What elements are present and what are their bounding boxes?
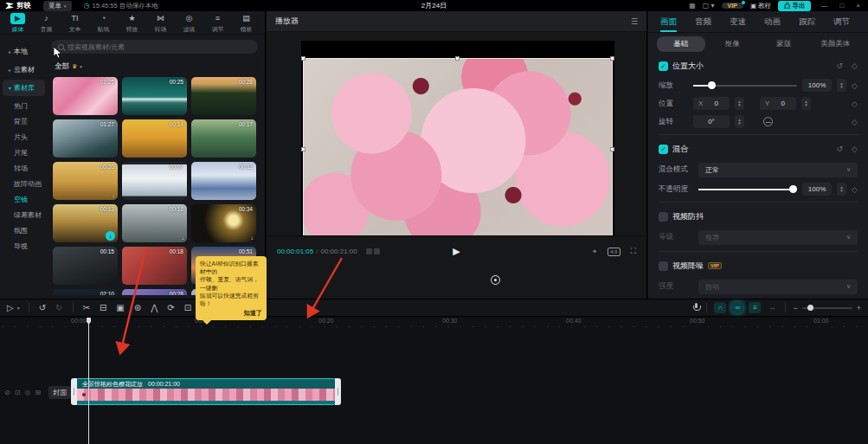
thumb-rainy-window[interactable]: 00:15 ↓ [53, 247, 118, 285]
tooltip-ok-button[interactable]: 知道了 [200, 309, 262, 318]
category-glitch[interactable]: 故障动画 [0, 176, 48, 191]
preview-quality-icon[interactable] [366, 248, 380, 254]
track-expand-icon[interactable]: ⊞ [35, 389, 41, 396]
subtab-mask[interactable]: 蒙版 [760, 36, 808, 52]
mirror-icon[interactable]: ⋀ [151, 303, 158, 312]
track-hide-icon[interactable]: ◎ [24, 389, 30, 396]
split-view-toggle[interactable]: ↔ [766, 302, 778, 313]
keyframe-icon[interactable]: ◇ [852, 61, 858, 70]
playhead[interactable] [88, 318, 89, 444]
download-icon[interactable]: ↓ [113, 192, 116, 198]
shortcut-icon[interactable]: ▦ [689, 2, 696, 10]
sidebar-item-local[interactable]: ▸ 本地 [3, 43, 45, 60]
insp-tab-speed[interactable]: 变速 [730, 12, 746, 32]
blend-checkbox[interactable]: ✓ [659, 145, 668, 154]
sidebar-item-library[interactable]: ▾ 素材库 [3, 80, 45, 96]
snap-toggle[interactable]: ∩ [714, 302, 726, 313]
play-button[interactable]: ▶ [453, 246, 460, 257]
category-empty-shot[interactable]: 空镜 [0, 191, 48, 207]
insp-tab-picture[interactable]: 画面 [660, 12, 677, 32]
select-tool-icon[interactable]: ▷ [7, 303, 14, 312]
search-bar[interactable] [51, 40, 258, 54]
minimize-button[interactable]: — [818, 2, 830, 10]
stabilize-level-dropdown[interactable]: 推荐 ∨ [698, 230, 858, 245]
rotate-icon[interactable]: ⟳ [167, 303, 174, 312]
insp-tab-animation[interactable]: 动画 [764, 12, 781, 32]
category-guide[interactable]: 导视 [0, 238, 48, 254]
vip-button[interactable]: VIP [722, 3, 743, 9]
category-intro[interactable]: 片头 [0, 129, 48, 145]
download-icon[interactable]: ↓ [251, 235, 254, 241]
stabilize-checkbox[interactable]: ✓ [659, 212, 668, 222]
thumb-autumn-park[interactable]: 00:20 ↓ [53, 162, 118, 200]
fullscreen-icon[interactable]: ⛶ [631, 247, 636, 256]
thumb-night-sea[interactable]: 02:10 ↓ [53, 289, 118, 295]
thumb-golden-autumn-road[interactable]: 00:14 ↓ [122, 119, 187, 158]
thumb-purple-flowers[interactable]: 00:28 ↓ [122, 289, 187, 295]
resize-handle[interactable] [301, 147, 305, 151]
opacity-slider[interactable] [698, 189, 797, 190]
thumb-misty-mountains[interactable]: 00:16 ↓ [122, 204, 187, 242]
resize-handle[interactable] [301, 56, 305, 61]
category-ambience[interactable]: 氛围 [0, 222, 48, 238]
track-lock-icon[interactable]: ⊡ [15, 389, 21, 396]
tab-transitions[interactable]: ⋈ 转场 [146, 13, 175, 34]
blend-mode-dropdown[interactable]: 正常 ∨ [698, 163, 858, 177]
opacity-stepper[interactable]: ▲▼ [837, 183, 846, 196]
track-mute-icon[interactable]: ⊘ [4, 389, 10, 396]
tab-media[interactable]: ▶ 媒体 [3, 13, 32, 34]
layout-icon[interactable]: ▢ ▾ [703, 2, 715, 10]
search-input[interactable] [68, 43, 251, 51]
focus-frame-icon[interactable]: ⌖ [593, 247, 597, 256]
category-background[interactable]: 背景 [0, 113, 48, 129]
filter-all-dropdown[interactable]: 全部 ♛ ▾ [55, 61, 258, 72]
reset-icon[interactable]: ↺ [837, 61, 844, 70]
category-greenscreen[interactable]: 绿幕素材 [0, 207, 48, 222]
resize-handle[interactable] [610, 56, 614, 61]
close-button[interactable]: × [853, 2, 863, 10]
download-icon[interactable]: ↓ [182, 235, 185, 241]
tab-effects[interactable]: ★ 特效 [118, 13, 146, 34]
denoise-checkbox[interactable]: ✓ [659, 261, 668, 271]
opacity-value[interactable]: 100% [802, 183, 832, 196]
timeline-clip[interactable]: 全景惊艳粉色樱花绽放 00:00:21:00 [76, 378, 336, 405]
split-icon[interactable]: ✂ [83, 303, 90, 312]
record-audio-icon[interactable] [692, 303, 699, 312]
tab-audio[interactable]: ♪ 音频 [32, 13, 61, 34]
rotate-value[interactable]: 0° [693, 115, 730, 128]
thumb-teal-shore-waves[interactable]: 00:25 ↓ [122, 77, 187, 115]
video-preview[interactable] [303, 58, 613, 241]
player-menu-icon[interactable]: ☰ [631, 17, 638, 26]
category-transition[interactable]: 转场 [0, 160, 48, 176]
sidebar-item-cloud[interactable]: ▸ 云素材 [3, 61, 45, 78]
tutorial-button[interactable]: ▣ 教程 [750, 2, 771, 10]
denoise-strength-dropdown[interactable]: 自动 ∨ [698, 280, 858, 294]
position-x-field[interactable]: X0 [693, 97, 730, 110]
thumb-green-valley[interactable]: 00:17 ↓ [191, 119, 256, 158]
keyframe-icon[interactable]: ◇ [852, 81, 858, 90]
category-outro[interactable]: 片尾 [0, 145, 48, 160]
rotate-stepper[interactable]: ▲▼ [735, 115, 744, 128]
zoom-in-icon[interactable]: + [857, 304, 861, 312]
redo-icon[interactable]: ↻ [55, 303, 62, 312]
rotate-handle-icon[interactable] [491, 275, 500, 285]
tab-filters[interactable]: ◎ 滤镜 [175, 13, 203, 34]
resize-handle[interactable] [610, 147, 614, 151]
category-hot[interactable]: 热门 [0, 98, 48, 113]
keyframe-icon[interactable]: ◇ [852, 100, 858, 108]
position-size-checkbox[interactable]: ✓ [659, 61, 668, 71]
menu-button[interactable]: 菜单 ▾ [43, 1, 72, 11]
thumb-dusk-mountains[interactable]: 00:28 ↓ [191, 77, 256, 115]
scale-stepper[interactable]: ▲▼ [837, 79, 846, 92]
maximize-button[interactable]: □ [837, 2, 846, 10]
delete-icon[interactable]: ⊟ [100, 303, 106, 312]
preview-axis-toggle[interactable]: ≡ [749, 302, 761, 313]
export-button[interactable]: 凸 导出 [778, 1, 812, 11]
subtab-cutout[interactable]: 抠像 [709, 36, 757, 52]
thumb-ocean-wave[interactable]: 01:27 ↓ [53, 119, 118, 158]
link-toggle[interactable]: ∞ [731, 302, 743, 313]
thumb-sky-clouds[interactable]: 00:07 ↓ [122, 162, 187, 200]
thumb-cherry-blossoms[interactable]: 01:25 ↓ [53, 77, 118, 115]
reverse-icon[interactable]: ⊛ [134, 303, 141, 312]
tab-stickers[interactable]: ◔ 贴纸 [89, 13, 118, 34]
